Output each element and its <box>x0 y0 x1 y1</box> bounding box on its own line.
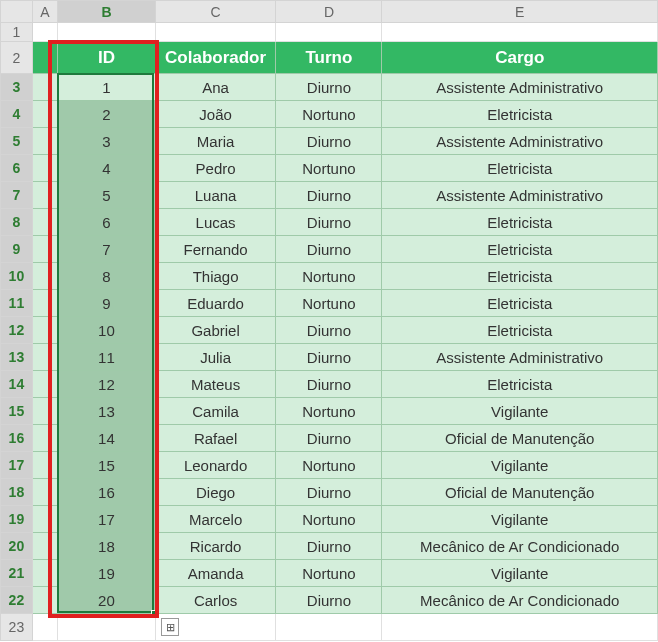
cell-A11[interactable] <box>32 290 57 317</box>
cell-A12[interactable] <box>32 317 57 344</box>
row-header-19[interactable]: 19 <box>1 506 33 533</box>
row-header-1[interactable]: 1 <box>1 23 33 42</box>
cell-C16-colaborador[interactable]: Rafael <box>155 425 276 452</box>
cell-B2-header-id[interactable]: ID <box>58 42 155 74</box>
cell-C4-colaborador[interactable]: João <box>155 101 276 128</box>
cell-D6-turno[interactable]: Nortuno <box>276 155 382 182</box>
cell-A20[interactable] <box>32 533 57 560</box>
cell-A23[interactable] <box>32 614 57 641</box>
cell-B13-id[interactable]: 11 <box>58 344 155 371</box>
cell-B15-id[interactable]: 13 <box>58 398 155 425</box>
cell-A22[interactable] <box>32 587 57 614</box>
cell-D21-turno[interactable]: Nortuno <box>276 560 382 587</box>
cell-E19-cargo[interactable]: Vigilante <box>382 506 658 533</box>
cell-D13-turno[interactable]: Diurno <box>276 344 382 371</box>
cell-A18[interactable] <box>32 479 57 506</box>
col-header-C[interactable]: C <box>155 1 276 23</box>
row-header-20[interactable]: 20 <box>1 533 33 560</box>
cell-E1[interactable] <box>382 23 658 42</box>
cell-A13[interactable] <box>32 344 57 371</box>
cell-B20-id[interactable]: 18 <box>58 533 155 560</box>
cell-A4[interactable] <box>32 101 57 128</box>
cell-B23[interactable] <box>58 614 155 641</box>
cell-A7[interactable] <box>32 182 57 209</box>
cell-C1[interactable] <box>155 23 276 42</box>
cell-D10-turno[interactable]: Nortuno <box>276 263 382 290</box>
grid[interactable]: A B C D E 1 2 ID Colaborador Turno Cargo… <box>0 0 658 641</box>
cell-E16-cargo[interactable]: Oficial de Manutenção <box>382 425 658 452</box>
cell-E18-cargo[interactable]: Oficial de Manutenção <box>382 479 658 506</box>
cell-D17-turno[interactable]: Nortuno <box>276 452 382 479</box>
cell-E20-cargo[interactable]: Mecânico de Ar Condicionado <box>382 533 658 560</box>
cell-B6-id[interactable]: 4 <box>58 155 155 182</box>
cell-C15-colaborador[interactable]: Camila <box>155 398 276 425</box>
cell-C9-colaborador[interactable]: Fernando <box>155 236 276 263</box>
cell-D19-turno[interactable]: Nortuno <box>276 506 382 533</box>
col-header-B[interactable]: B <box>58 1 155 23</box>
row-header-8[interactable]: 8 <box>1 209 33 236</box>
cell-B17-id[interactable]: 15 <box>58 452 155 479</box>
cell-E17-cargo[interactable]: Vigilante <box>382 452 658 479</box>
row-header-12[interactable]: 12 <box>1 317 33 344</box>
cell-E6-cargo[interactable]: Eletricista <box>382 155 658 182</box>
cell-A3[interactable] <box>32 74 57 101</box>
cell-D8-turno[interactable]: Diurno <box>276 209 382 236</box>
row-header-21[interactable]: 21 <box>1 560 33 587</box>
cell-D1[interactable] <box>276 23 382 42</box>
cell-E21-cargo[interactable]: Vigilante <box>382 560 658 587</box>
cell-A1[interactable] <box>32 23 57 42</box>
cell-D15-turno[interactable]: Nortuno <box>276 398 382 425</box>
cell-B18-id[interactable]: 16 <box>58 479 155 506</box>
cell-C19-colaborador[interactable]: Marcelo <box>155 506 276 533</box>
cell-C3-colaborador[interactable]: Ana <box>155 74 276 101</box>
cell-A5[interactable] <box>32 128 57 155</box>
cell-C11-colaborador[interactable]: Eduardo <box>155 290 276 317</box>
row-header-9[interactable]: 9 <box>1 236 33 263</box>
row-header-15[interactable]: 15 <box>1 398 33 425</box>
cell-E2-header-cargo[interactable]: Cargo <box>382 42 658 74</box>
cell-A17[interactable] <box>32 452 57 479</box>
cell-B11-id[interactable]: 9 <box>58 290 155 317</box>
cell-E15-cargo[interactable]: Vigilante <box>382 398 658 425</box>
cell-D5-turno[interactable]: Diurno <box>276 128 382 155</box>
cell-C14-colaborador[interactable]: Mateus <box>155 371 276 398</box>
row-header-16[interactable]: 16 <box>1 425 33 452</box>
cell-D14-turno[interactable]: Diurno <box>276 371 382 398</box>
cell-B9-id[interactable]: 7 <box>58 236 155 263</box>
cell-E11-cargo[interactable]: Eletricista <box>382 290 658 317</box>
cell-C5-colaborador[interactable]: Maria <box>155 128 276 155</box>
cell-A6[interactable] <box>32 155 57 182</box>
cell-D20-turno[interactable]: Diurno <box>276 533 382 560</box>
cell-A2[interactable] <box>32 42 57 74</box>
cell-E9-cargo[interactable]: Eletricista <box>382 236 658 263</box>
col-header-D[interactable]: D <box>276 1 382 23</box>
cell-B16-id[interactable]: 14 <box>58 425 155 452</box>
cell-E12-cargo[interactable]: Eletricista <box>382 317 658 344</box>
cell-E5-cargo[interactable]: Assistente Administrativo <box>382 128 658 155</box>
row-header-23[interactable]: 23 <box>1 614 33 641</box>
row-header-5[interactable]: 5 <box>1 128 33 155</box>
cell-E10-cargo[interactable]: Eletricista <box>382 263 658 290</box>
cell-D7-turno[interactable]: Diurno <box>276 182 382 209</box>
cell-E7-cargo[interactable]: Assistente Administrativo <box>382 182 658 209</box>
cell-C8-colaborador[interactable]: Lucas <box>155 209 276 236</box>
cell-C22-colaborador[interactable]: Carlos <box>155 587 276 614</box>
cell-D23[interactable] <box>276 614 382 641</box>
row-header-7[interactable]: 7 <box>1 182 33 209</box>
cell-B7-id[interactable]: 5 <box>58 182 155 209</box>
cell-C13-colaborador[interactable]: Julia <box>155 344 276 371</box>
cell-B3-id[interactable]: 1 <box>58 74 155 101</box>
select-all-corner[interactable] <box>1 1 33 23</box>
cell-E8-cargo[interactable]: Eletricista <box>382 209 658 236</box>
cell-A15[interactable] <box>32 398 57 425</box>
cell-A21[interactable] <box>32 560 57 587</box>
row-header-14[interactable]: 14 <box>1 371 33 398</box>
row-header-3[interactable]: 3 <box>1 74 33 101</box>
cell-A8[interactable] <box>32 209 57 236</box>
cell-B22-id[interactable]: 20 <box>58 587 155 614</box>
cell-E13-cargo[interactable]: Assistente Administrativo <box>382 344 658 371</box>
cell-A16[interactable] <box>32 425 57 452</box>
cell-D12-turno[interactable]: Diurno <box>276 317 382 344</box>
cell-A14[interactable] <box>32 371 57 398</box>
cell-B21-id[interactable]: 19 <box>58 560 155 587</box>
